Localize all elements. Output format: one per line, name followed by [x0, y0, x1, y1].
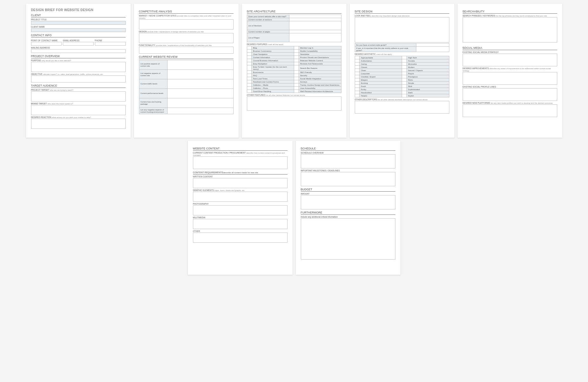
review-input[interactable] [167, 60, 233, 70]
arch-input[interactable] [289, 30, 341, 33]
feature-check[interactable] [294, 49, 299, 53]
feature-check[interactable] [294, 59, 299, 62]
input-desired-reaction[interactable] [31, 119, 126, 129]
feature-check[interactable] [247, 65, 252, 71]
aesthetic-check[interactable] [355, 72, 360, 75]
input-search-phrases[interactable] [463, 17, 557, 43]
aesthetic-check[interactable] [402, 85, 406, 88]
aesthetic-check[interactable] [402, 72, 406, 75]
input-desired-improvements[interactable] [463, 72, 557, 85]
input-milestones[interactable] [301, 172, 395, 186]
input-project-target[interactable] [31, 91, 126, 102]
input-multimedia[interactable] [193, 219, 287, 229]
feature-check[interactable] [247, 74, 252, 77]
aesthetic-check[interactable] [402, 91, 406, 94]
aesthetic-check[interactable] [355, 91, 360, 94]
input-objective[interactable] [31, 76, 126, 82]
input-schedule-overview[interactable] [301, 154, 395, 168]
style-guide-a2[interactable] [416, 47, 449, 52]
input-market-sites[interactable] [139, 19, 234, 30]
aesthetic-check[interactable] [355, 59, 360, 63]
feature-check[interactable] [247, 49, 252, 53]
input-written[interactable] [193, 178, 287, 188]
feature-check[interactable] [247, 87, 252, 90]
aesthetic-check[interactable] [355, 85, 360, 88]
feature-check[interactable] [294, 74, 299, 77]
feature-check[interactable] [247, 59, 252, 62]
input-phone[interactable] [95, 42, 126, 46]
aesthetic-check[interactable] [355, 78, 360, 82]
feature-check[interactable] [247, 56, 252, 59]
aesthetic-check[interactable] [402, 94, 406, 97]
review-input[interactable] [167, 98, 233, 108]
feature-check[interactable] [294, 90, 299, 93]
arch-input[interactable] [289, 33, 341, 42]
arch-input[interactable] [289, 18, 341, 21]
input-purpose[interactable] [31, 62, 126, 72]
aesthetic-check[interactable] [402, 88, 406, 91]
input-other-features[interactable] [247, 96, 341, 111]
aesthetic-check[interactable] [355, 63, 360, 66]
aesthetic-check[interactable] [355, 75, 360, 78]
input-mailing[interactable] [31, 49, 126, 53]
arch-input[interactable] [289, 15, 341, 18]
feature-check[interactable] [294, 65, 299, 71]
aesthetic-check[interactable] [402, 69, 406, 72]
aesthetic-check[interactable] [402, 63, 406, 66]
input-email[interactable] [63, 42, 94, 46]
input-poc[interactable] [31, 42, 62, 46]
aesthetic-check[interactable] [402, 82, 406, 85]
input-existing-strategy[interactable] [463, 54, 557, 66]
aesthetic-check[interactable] [355, 69, 360, 72]
feature-check[interactable] [247, 46, 252, 49]
feature-check[interactable] [294, 83, 299, 87]
aesthetic-check[interactable] [355, 66, 360, 69]
review-input[interactable] [167, 108, 233, 114]
aesthetic-check[interactable] [402, 56, 406, 59]
label-amount: AMOUNT [301, 193, 395, 195]
input-other-descriptors[interactable] [355, 101, 449, 114]
feature-check[interactable] [247, 71, 252, 74]
feature-check[interactable] [294, 71, 299, 74]
feature-check[interactable] [294, 77, 299, 80]
input-design[interactable] [139, 33, 234, 43]
feature-check[interactable] [294, 62, 299, 65]
input-graphic[interactable] [193, 192, 287, 202]
review-input[interactable] [167, 79, 233, 89]
input-other[interactable] [193, 233, 287, 243]
input-existing-profiles[interactable] [463, 88, 557, 101]
arch-input[interactable] [289, 21, 341, 30]
aesthetic-check[interactable] [402, 66, 406, 69]
aesthetic-check[interactable] [402, 75, 406, 78]
feature-check[interactable] [247, 77, 252, 80]
input-furthermore[interactable] [301, 218, 395, 260]
review-input[interactable] [167, 70, 233, 79]
input-amount[interactable] [301, 195, 395, 209]
feature-check[interactable] [247, 53, 252, 56]
feature-check[interactable] [294, 87, 299, 90]
aesthetic-check[interactable] [355, 82, 360, 85]
input-photography[interactable] [193, 205, 287, 215]
aesthetic-check[interactable] [355, 94, 360, 97]
aesthetic-check[interactable] [402, 59, 406, 63]
review-input[interactable] [167, 89, 233, 98]
aesthetic-check[interactable] [355, 88, 360, 91]
feature-check[interactable] [247, 62, 252, 65]
feature-check[interactable] [294, 46, 299, 49]
input-brand-target[interactable] [31, 105, 126, 115]
style-guide-a1[interactable] [416, 43, 449, 47]
feature-check[interactable] [294, 56, 299, 59]
feature-check[interactable] [294, 53, 299, 56]
feature-check[interactable] [294, 80, 299, 83]
aesthetic-check[interactable] [355, 56, 360, 59]
input-current-content[interactable] [193, 156, 287, 169]
feature-check[interactable] [247, 80, 252, 83]
input-functionality[interactable] [139, 47, 234, 54]
input-desired-platforms[interactable] [463, 104, 557, 117]
aesthetic-check[interactable] [402, 78, 406, 82]
feature-check[interactable] [247, 83, 252, 87]
input-project-title[interactable] [31, 21, 126, 25]
feature-check[interactable] [247, 90, 252, 93]
input-client-name[interactable] [31, 28, 126, 32]
input-look-feel[interactable] [355, 17, 449, 43]
